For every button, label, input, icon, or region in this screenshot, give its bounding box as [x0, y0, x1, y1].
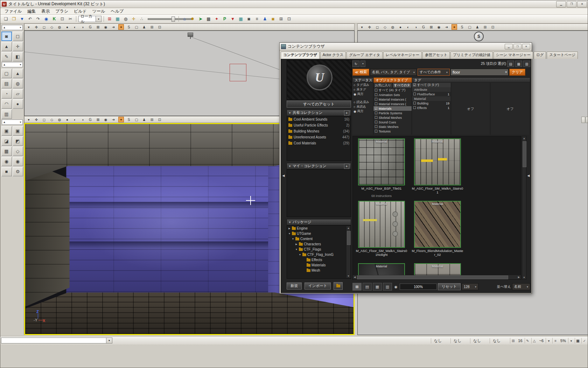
hide-selected-tool[interactable]: ◉: [13, 157, 23, 166]
perspective-icon[interactable]: ⊡: [490, 24, 496, 30]
scroll-down-icon[interactable]: ▼: [346, 274, 350, 278]
source-control-combo[interactable]: ローカル ▾: [78, 16, 102, 22]
close-button[interactable]: ✕: [522, 44, 530, 49]
filter-header-status[interactable]: ステータス: [352, 77, 373, 83]
brush-polys-icon[interactable]: ▦: [114, 15, 121, 22]
scale-widget-icon[interactable]: S: [459, 24, 465, 30]
spiral-stairs-tool[interactable]: ◔: [1, 89, 12, 98]
browser-tab[interactable]: レベルマネージャー: [383, 52, 422, 59]
collapse-right-panel-icon[interactable]: ◀: [526, 172, 531, 179]
type-filter-row[interactable]: ☐ Skeletal Meshes: [373, 115, 412, 120]
camera-mode-tool[interactable]: ◙: [1, 32, 12, 41]
sentinel-icon[interactable]: ♟: [261, 15, 268, 22]
brushwire-mode-icon[interactable]: ◇: [382, 24, 388, 30]
sort-select[interactable]: 名前 ▾: [512, 283, 530, 290]
scrollbar-thumb[interactable]: [523, 141, 526, 167]
autosave-state-icon[interactable]: ▣: [575, 338, 581, 343]
add-collection-button[interactable]: +: [344, 110, 349, 116]
new-package-button[interactable]: 新規: [287, 282, 302, 289]
tree-item[interactable]: ▼ CTF_Flag_IronG: [287, 252, 351, 257]
clear-filter-button[interactable]: クリア: [509, 69, 525, 76]
perspective-icon[interactable]: ⊡: [157, 117, 162, 122]
chevron-down-icon[interactable]: ▾: [106, 338, 112, 343]
shared-collections-header[interactable]: ▼ 共有コレクション +: [287, 110, 351, 116]
tree-item[interactable]: ▶ Characters: [287, 241, 351, 247]
csg-deintersect-tool[interactable]: ◩: [13, 136, 23, 146]
all-types-tab[interactable]: すべてのタ: [393, 83, 412, 88]
lock-viewport-icon[interactable]: ⊠: [95, 117, 101, 122]
builder-brush-outline[interactable]: [230, 64, 246, 81]
volume-brush-tool[interactable]: ▥: [1, 109, 12, 119]
open-package-button[interactable]: [334, 282, 343, 290]
far-clip-slider[interactable]: [148, 16, 175, 22]
palette-combo[interactable]: ▲ ▾: [2, 25, 23, 30]
scroll-up-icon[interactable]: ▲: [522, 136, 526, 140]
lighting-brush-icon[interactable]: ✦: [118, 117, 124, 122]
status-radio-option[interactable]: ○ 未タグ: [352, 87, 373, 92]
lit-mode-icon[interactable]: ●: [398, 24, 403, 30]
reset-zoom-button[interactable]: リセット: [438, 283, 461, 290]
show-flags-icon[interactable]: ◉: [103, 117, 108, 122]
open-file-icon[interactable]: ❐: [10, 15, 18, 22]
redo-icon[interactable]: ↷: [35, 15, 42, 22]
csg-add-tool[interactable]: ▣: [1, 126, 12, 136]
kismet-icon[interactable]: K: [51, 15, 58, 22]
maximize-viewport-icon[interactable]: ▢: [134, 24, 139, 30]
mini-button[interactable]: [586, 117, 588, 123]
slider-knob[interactable]: [172, 16, 175, 22]
camera-speed-icon[interactable]: ➜: [111, 24, 116, 30]
type-filter-row[interactable]: ☐ Animation Sets: [373, 93, 412, 97]
wireframe-mode-icon[interactable]: ◻: [41, 117, 47, 122]
lighting-brush-icon[interactable]: ✦: [451, 24, 457, 30]
collapsed-filter-column[interactable]: オフ: [490, 83, 530, 135]
type-filter-row[interactable]: ☐ Sound Cues: [373, 120, 412, 124]
csg-intersect-tool[interactable]: ◪: [1, 136, 12, 146]
thumb-view-icon[interactable]: ▦: [515, 61, 522, 67]
grid-snap-icon[interactable]: ⊞: [149, 24, 155, 30]
refresh-icon[interactable]: ↻: [352, 61, 359, 67]
menu-item[interactable]: 表示: [38, 8, 52, 15]
camera-speed-icon[interactable]: ➜: [444, 24, 449, 30]
translucent-select-icon[interactable]: ◍: [122, 15, 129, 22]
expand-icon[interactable]: ▼: [292, 238, 294, 240]
show-flags-icon[interactable]: ◉: [103, 24, 108, 30]
pushpin-icon[interactable]: ✜: [367, 24, 372, 30]
list-icon[interactable]: ≡: [552, 338, 558, 343]
scene-list-icon[interactable]: ≡: [253, 15, 260, 22]
asset-grid-hscrollbar[interactable]: ◀ ▶: [353, 275, 521, 279]
tree-item[interactable]: ▼ UTGame: [287, 231, 351, 236]
add-volume-tool[interactable]: ◇: [13, 146, 23, 156]
type-filter-row[interactable]: ☐ すべて (41 タイプ): [373, 88, 412, 93]
invert-selection-tool[interactable]: ■: [1, 167, 12, 176]
expand-icon[interactable]: ▶: [295, 243, 298, 246]
content-browser-titlebar[interactable]: コンテンツブラウザ ▁ ❐ ✕: [280, 43, 532, 50]
brushwire-mode-icon[interactable]: ◇: [49, 24, 55, 30]
brush-edit-tool[interactable]: ✎: [1, 52, 12, 61]
search-scope-select[interactable]: 名前, パス, タグ, タイプ ▾: [370, 69, 417, 76]
build-lighting-icon[interactable]: ✹: [189, 15, 196, 22]
save-all-icon[interactable]: ▼: [19, 15, 26, 22]
menu-item[interactable]: ヘルプ: [108, 8, 126, 15]
all-tags-row[interactable]: ☑ すべて (3 タグ): [412, 83, 451, 87]
browser-tab[interactable]: 参照アセット: [422, 52, 450, 59]
detail-mode-icon[interactable]: ◐: [405, 24, 411, 30]
cut-icon[interactable]: ✂: [67, 15, 74, 22]
scale-widget-icon[interactable]: S: [126, 24, 132, 30]
menu-item[interactable]: ブラシ: [52, 8, 71, 15]
browser-tab[interactable]: Actor クラス: [320, 52, 346, 59]
maximize-viewport-icon[interactable]: ▢: [134, 117, 139, 122]
special-brush-tool[interactable]: ▦: [1, 146, 12, 156]
content-browser-icon[interactable]: ▦: [237, 15, 244, 22]
thumb-size-select[interactable]: 128 ▾: [462, 283, 478, 290]
minimize-button[interactable]: ▁: [505, 44, 513, 49]
viewport-options-icon[interactable]: ▾: [26, 117, 31, 122]
list-view-icon[interactable]: ▤: [507, 61, 514, 67]
find-actor-icon[interactable]: ◉: [43, 15, 50, 22]
geometry-mode-tool[interactable]: ◻: [13, 32, 23, 41]
tree-item[interactable]: Effects: [287, 257, 351, 263]
asset-card[interactable]: Material M_Floors_BlendModulation_Master…: [410, 201, 465, 263]
grid-snap-icon[interactable]: ⊞: [482, 24, 488, 30]
scroll-up-icon[interactable]: ▲: [346, 226, 350, 230]
new-file-icon[interactable]: ❏: [2, 15, 9, 22]
expand-icon[interactable]: ▶: [288, 227, 291, 230]
